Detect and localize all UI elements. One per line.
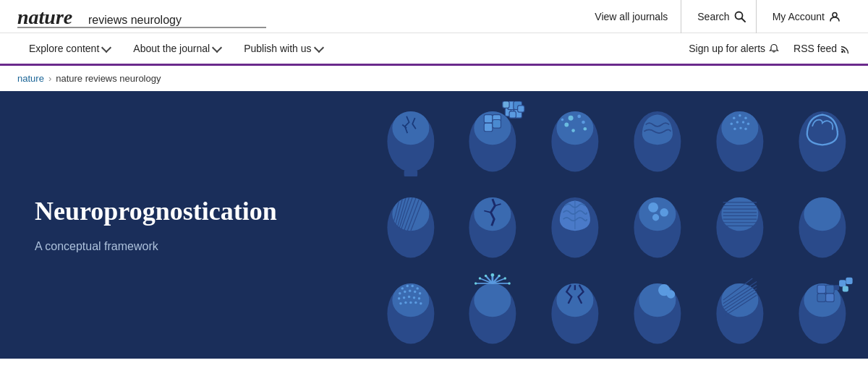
my-account-button[interactable]: My Account: [762, 0, 851, 33]
svg-point-62: [648, 202, 658, 213]
rss-feed-link[interactable]: RSS feed: [793, 43, 851, 54]
svg-point-8: [392, 111, 429, 145]
rss-feed-label: RSS feed: [793, 43, 837, 54]
svg-text:reviews neurology: reviews neurology: [88, 14, 182, 26]
svg-point-99: [475, 283, 511, 317]
explore-content-nav[interactable]: Explore content: [17, 33, 122, 65]
svg-text:nature: nature: [17, 6, 72, 28]
svg-point-41: [742, 121, 744, 123]
logo[interactable]: nature reviews neurology: [17, 4, 267, 30]
brain-head-3: [535, 97, 616, 181]
about-journal-label: About the journal: [133, 43, 210, 54]
publish-with-us-label: Publish with us: [244, 43, 311, 54]
about-journal-nav[interactable]: About the journal: [122, 33, 232, 65]
svg-point-30: [571, 129, 575, 132]
brain-head-4: [618, 97, 698, 181]
svg-point-26: [569, 116, 574, 121]
svg-point-83: [399, 292, 401, 294]
breadcrumb-nature-link[interactable]: nature: [17, 73, 44, 84]
bell-icon: [769, 43, 779, 54]
svg-point-108: [485, 275, 487, 277]
svg-point-45: [744, 127, 746, 129]
svg-point-86: [413, 291, 415, 293]
svg-line-4: [741, 18, 745, 22]
svg-rect-133: [817, 294, 826, 302]
svg-point-111: [504, 277, 506, 279]
svg-rect-22: [518, 106, 524, 112]
brain-head-11: [699, 183, 780, 267]
svg-point-46: [799, 111, 846, 172]
brain-head-6: [782, 97, 862, 181]
svg-point-38: [744, 116, 746, 119]
my-account-label: My Account: [773, 11, 825, 22]
svg-rect-130: [825, 285, 834, 294]
search-label: Search: [697, 11, 729, 22]
svg-rect-15: [493, 119, 501, 128]
svg-point-96: [414, 302, 417, 304]
svg-rect-131: [825, 294, 834, 302]
search-icon: [734, 11, 746, 22]
svg-point-27: [578, 114, 582, 118]
svg-point-92: [417, 297, 420, 299]
brain-head-12: [782, 183, 862, 267]
brain-head-9: [535, 183, 616, 267]
svg-point-40: [736, 121, 739, 123]
svg-point-78: [392, 283, 429, 317]
svg-point-110: [479, 277, 481, 279]
svg-point-93: [399, 302, 401, 304]
brain-head-2: [453, 97, 533, 181]
sign-up-alerts-label: Sign up for alerts: [689, 43, 765, 54]
svg-point-80: [406, 284, 408, 286]
chevron-down-icon: [212, 42, 222, 52]
svg-point-81: [411, 284, 413, 286]
svg-rect-132: [817, 285, 826, 294]
brain-head-8: [453, 183, 533, 267]
svg-point-42: [747, 122, 749, 124]
svg-point-85: [409, 289, 411, 291]
search-button[interactable]: Search: [687, 0, 756, 33]
svg-rect-136: [846, 278, 852, 284]
brain-head-5: [699, 97, 780, 181]
svg-point-43: [733, 127, 736, 129]
nav-left: Explore content About the journal Publis…: [17, 33, 334, 65]
publish-with-us-nav[interactable]: Publish with us: [232, 33, 333, 65]
brain-head-16: [618, 269, 698, 353]
hero-image-grid: [365, 91, 868, 359]
breadcrumb: nature › nature reviews neurology: [0, 66, 868, 91]
svg-point-82: [416, 287, 418, 289]
svg-point-76: [804, 197, 841, 231]
svg-point-91: [412, 296, 414, 299]
breadcrumb-current: nature reviews neurology: [56, 73, 161, 84]
svg-point-113: [509, 282, 511, 284]
svg-point-84: [404, 291, 406, 293]
svg-rect-9: [404, 170, 417, 176]
svg-rect-14: [485, 123, 493, 132]
svg-point-64: [652, 214, 659, 221]
brain-head-15: [535, 269, 616, 353]
svg-point-89: [402, 296, 404, 299]
top-bar: nature reviews neurology View all journa…: [0, 0, 868, 33]
svg-point-112: [475, 282, 477, 284]
svg-point-39: [730, 122, 732, 124]
svg-point-117: [639, 283, 676, 317]
sign-up-alerts-link[interactable]: Sign up for alerts: [689, 43, 779, 54]
svg-point-90: [407, 296, 409, 298]
view-all-journals-link[interactable]: View all journals: [582, 0, 681, 33]
svg-point-95: [409, 302, 412, 304]
svg-point-119: [667, 290, 676, 299]
hero-subtitle: A conceptual framework: [35, 240, 330, 253]
logo-area: nature reviews neurology: [17, 4, 267, 30]
chevron-down-icon: [313, 42, 323, 52]
svg-rect-137: [842, 286, 848, 291]
svg-point-44: [739, 127, 741, 129]
svg-point-107: [491, 273, 495, 277]
brain-head-17: [699, 269, 780, 353]
hero-section: Neuroprognostication A conceptual framew…: [0, 91, 868, 359]
hero-left: Neuroprognostication A conceptual framew…: [0, 91, 365, 359]
brain-head-13: [370, 269, 451, 353]
chevron-down-icon: [101, 42, 111, 52]
svg-point-109: [498, 275, 501, 277]
breadcrumb-separator: ›: [48, 73, 51, 84]
hero-title: Neuroprognostication: [35, 197, 330, 226]
svg-point-97: [420, 302, 422, 304]
